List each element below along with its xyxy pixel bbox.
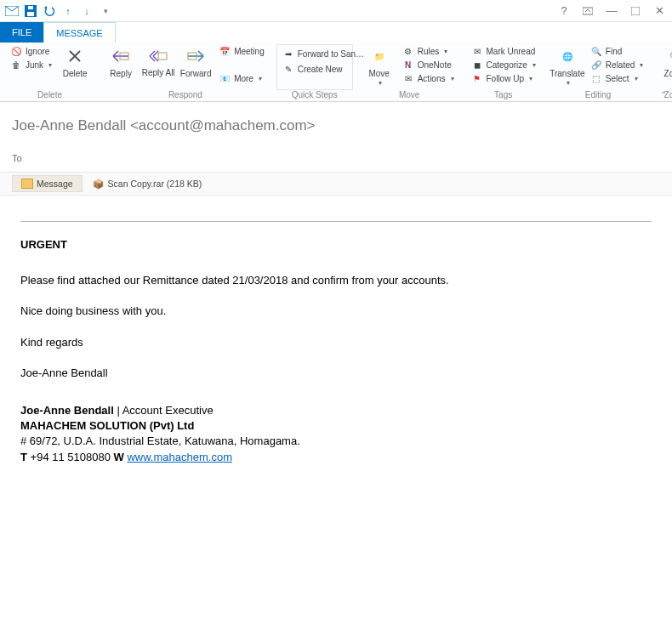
next-icon[interactable]: ↓ — [78, 3, 95, 20]
to-label: To — [12, 153, 37, 163]
move-button[interactable]: 📁Move▾ — [362, 44, 397, 88]
group-label: Tags — [494, 90, 512, 99]
ribbon-tabs: FILE MESSAGE — [0, 22, 672, 43]
junk-button[interactable]: 🗑Junk▾ — [7, 58, 55, 71]
previous-icon[interactable]: ↑ — [60, 3, 77, 20]
meeting-button[interactable]: 📅Meeting — [215, 44, 268, 58]
mark-unread-button[interactable]: ✉Mark Unread — [468, 44, 539, 58]
mark-unread-icon: ✉ — [471, 45, 483, 57]
translate-icon: 🌐 — [557, 46, 578, 66]
translate-button[interactable]: 🌐Translate▾ — [550, 44, 585, 88]
group-tags: ✉Mark Unread ◼Categorize▾ ⚑Follow Up▾ Ta… — [464, 44, 543, 101]
maximize-icon[interactable] — [626, 2, 645, 20]
sig-web-label: W — [111, 451, 128, 463]
find-button[interactable]: 🔍Find — [587, 44, 646, 58]
divider — [20, 221, 652, 222]
forward-button[interactable]: Forward — [178, 44, 214, 80]
sig-title: | Account Executive — [114, 404, 214, 417]
zoom-icon: 🔍 — [664, 46, 672, 66]
mail-icon[interactable] — [3, 3, 20, 20]
sig-company: MAHACHEM SOLUTION (Pvt) Ltd — [20, 419, 194, 432]
categorize-icon: ◼ — [471, 59, 483, 71]
reply-all-button[interactable]: Reply All — [140, 44, 176, 79]
body-line: Joe-Anne Bendall — [20, 366, 652, 381]
group-label: Quick Steps — [292, 90, 338, 99]
attachment-item[interactable]: 📦 Scan Copy.rar (218 KB) — [86, 175, 209, 192]
categorize-button[interactable]: ◼Categorize▾ — [468, 58, 539, 71]
select-icon: ⬚ — [590, 72, 602, 84]
follow-up-button[interactable]: ⚑Follow Up▾ — [468, 71, 539, 85]
sig-tel-label: T — [20, 451, 31, 463]
onenote-icon: N — [402, 59, 414, 71]
title-bar: ↑ ↓ ▾ ? — ✕ — [0, 0, 672, 22]
ignore-button[interactable]: 🚫Ignore — [7, 44, 55, 58]
svg-rect-5 — [631, 7, 640, 15]
sig-address: # 69/72, U.D.A. Industrial Estate, Katuw… — [20, 434, 652, 449]
related-icon: 🔗 — [590, 59, 602, 71]
onenote-button[interactable]: NOneNote — [399, 58, 458, 71]
forward-icon: ➡ — [282, 48, 294, 60]
close-icon[interactable]: ✕ — [650, 2, 669, 20]
meeting-icon: 📅 — [219, 45, 231, 57]
reply-button[interactable]: Reply — [103, 44, 139, 80]
envelope-icon — [21, 179, 33, 189]
rules-icon: ⚙ — [402, 45, 414, 57]
group-label: Respond — [168, 90, 202, 99]
signature: Joe-Anne Bendall | Account Executive MAH… — [20, 403, 652, 465]
group-label: Move — [399, 90, 419, 99]
svg-rect-4 — [583, 8, 593, 14]
junk-icon: 🗑 — [10, 59, 22, 71]
more-icon: 📧 — [219, 72, 231, 84]
body-line: Kind regards — [20, 335, 652, 350]
help-icon[interactable]: ? — [555, 2, 573, 20]
save-icon[interactable] — [22, 3, 39, 20]
quickstep-create-new[interactable]: ✎Create New — [279, 62, 346, 76]
group-label: Delete — [37, 90, 62, 99]
create-icon: ✎ — [282, 63, 294, 75]
flag-icon: ⚑ — [471, 72, 483, 84]
ignore-icon: 🚫 — [10, 45, 22, 57]
quick-access-toolbar: ↑ ↓ ▾ — [3, 3, 114, 20]
tab-file[interactable]: FILE — [0, 22, 43, 43]
ribbon: 🚫Ignore 🗑Junk▾ Delete Delete Reply Reply… — [0, 43, 672, 102]
group-delete: 🚫Ignore 🗑Junk▾ Delete Delete — [3, 44, 96, 101]
sig-tel: +94 11 5108080 — [31, 451, 111, 463]
svg-rect-7 — [158, 53, 167, 60]
message-header: Joe-Anne Bendall <account@mahachem.com> … — [0, 102, 672, 172]
qat-customize-icon[interactable]: ▾ — [97, 3, 114, 20]
more-button[interactable]: 📧More▾ — [215, 71, 268, 85]
actions-icon: ✉ — [402, 72, 414, 84]
select-button[interactable]: ⬚Select▾ — [587, 71, 646, 85]
forward-icon — [185, 46, 206, 66]
reply-icon — [111, 46, 131, 66]
group-quicksteps: ➡Forward to San… ✎Create New Quick Steps — [275, 44, 355, 101]
body-line: Please find attached our Remittance date… — [20, 273, 652, 288]
archive-icon: 📦 — [93, 178, 105, 190]
ribbon-options-icon[interactable] — [578, 2, 597, 20]
delete-button[interactable]: Delete — [57, 44, 93, 80]
attachment-bar: Message 📦 Scan Copy.rar (218 KB) — [0, 172, 672, 196]
related-button[interactable]: 🔗Related▾ — [587, 58, 646, 71]
tab-message[interactable]: MESSAGE — [43, 22, 115, 43]
sig-web-link[interactable]: www.mahachem.com — [127, 451, 232, 463]
quickstep-forward[interactable]: ➡Forward to San… — [279, 47, 367, 60]
message-body: URGENT Please find attached our Remittan… — [0, 196, 672, 479]
message-tab-button[interactable]: Message — [12, 175, 83, 192]
from-line: Joe-Anne Bendall <account@mahachem.com> — [12, 117, 660, 134]
ribbon-expand-icon[interactable]: ⌃ — [660, 90, 667, 99]
rules-button[interactable]: ⚙Rules▾ — [399, 44, 458, 58]
svg-rect-2 — [27, 12, 34, 16]
sig-name: Joe-Anne Bendall — [20, 404, 114, 417]
chevron-down-icon: ▾ — [379, 79, 382, 87]
group-label: Editing — [585, 90, 612, 99]
actions-button[interactable]: ✉Actions▾ — [399, 71, 458, 85]
chevron-down-icon: ▾ — [259, 75, 262, 82]
urgent-heading: URGENT — [20, 238, 67, 251]
delete-icon — [65, 46, 85, 66]
undo-icon[interactable] — [41, 3, 58, 20]
minimize-icon[interactable]: — — [602, 2, 621, 20]
attachment-name: Scan Copy.rar (218 KB) — [108, 179, 202, 189]
group-move: 📁Move▾ ⚙Rules▾ NOneNote ✉Actions▾ Move — [358, 44, 461, 101]
window-controls: ? — ✕ — [555, 2, 669, 20]
zoom-button[interactable]: 🔍Zoom — [657, 44, 672, 80]
